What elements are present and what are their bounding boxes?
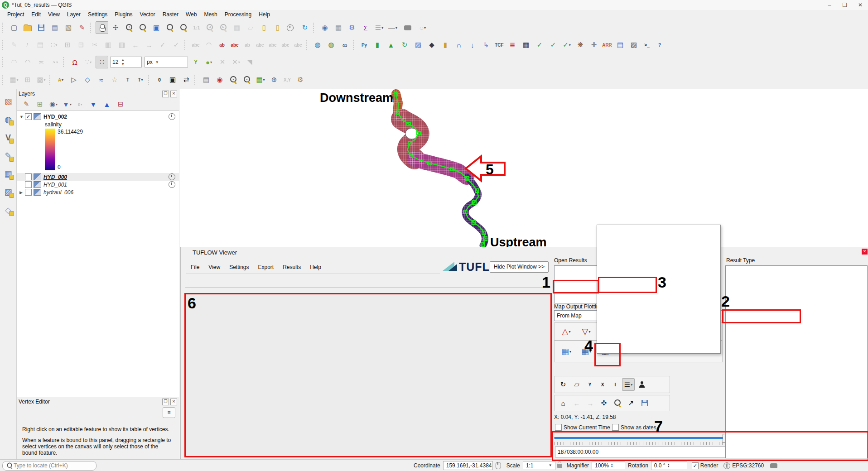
- save-project-icon[interactable]: [35, 21, 48, 34]
- layer-checkbox[interactable]: [25, 181, 32, 188]
- tuflow-green-refresh-icon[interactable]: ↻: [398, 38, 411, 51]
- temporal-controller-icon[interactable]: [285, 21, 298, 34]
- tuflow-menu-view[interactable]: View: [205, 263, 224, 272]
- tuflow-menu-help[interactable]: Help: [306, 263, 325, 272]
- show-as-dates-checkbox[interactable]: [612, 424, 619, 431]
- zoom-dot-icon[interactable]: •: [227, 73, 240, 86]
- freeze-x-axis-icon[interactable]: X: [597, 378, 608, 391]
- hide-plot-window-button[interactable]: Hide Plot Window >>: [490, 261, 549, 273]
- menu-vector[interactable]: Vector: [136, 10, 159, 19]
- scale-lock-icon[interactable]: [557, 464, 562, 468]
- pan-to-selection-icon[interactable]: ✣: [109, 21, 122, 34]
- add-polygon-icon[interactable]: ◇: [81, 73, 94, 86]
- plot-pan-icon[interactable]: ✣: [598, 397, 610, 409]
- epsg-value[interactable]: EPSG:32760: [732, 462, 764, 469]
- maximize-button[interactable]: ❒: [837, 0, 853, 10]
- python-console-icon[interactable]: Py: [358, 38, 370, 51]
- advanced-branch-icon[interactable]: Y: [190, 56, 202, 68]
- new-spatial-bookmark-icon[interactable]: ▯: [258, 21, 270, 34]
- new-mesh-layer-icon[interactable]: ▦: [1, 167, 15, 181]
- auto-label-icon[interactable]: A▾: [55, 73, 67, 86]
- plot-trend-icon[interactable]: ↗: [625, 397, 637, 409]
- tuflow-blue-map-icon[interactable]: ▨: [412, 38, 424, 51]
- legend-menu-icon[interactable]: ☰▾: [622, 378, 635, 391]
- mesh-box-green-icon[interactable]: ▦▾: [254, 73, 267, 86]
- tuflow-grid-dark-icon[interactable]: ▦: [520, 38, 532, 51]
- menu-processing[interactable]: Processing: [221, 10, 255, 19]
- scale-combo[interactable]: 1:1▼: [523, 461, 555, 470]
- minimize-button[interactable]: –: [822, 0, 837, 10]
- zoom-dots-icon[interactable]: •: [241, 73, 253, 86]
- measure-line-icon[interactable]: ―▾: [386, 21, 399, 34]
- add-line-icon[interactable]: ≈: [95, 73, 107, 86]
- tuflow-yellow-box-icon[interactable]: ▮: [439, 38, 452, 51]
- processing-toolbox-icon[interactable]: ⚙: [346, 21, 358, 34]
- freeze-axes-icon[interactable]: I: [609, 378, 621, 391]
- locate-search-box[interactable]: Type to locate (Ctrl+K): [2, 461, 96, 471]
- new-gpx-layer-icon[interactable]: ✎: [1, 149, 15, 163]
- quick-osm-icon[interactable]: ◌▾: [416, 21, 429, 34]
- tuflow-check-2-icon[interactable]: ✓: [547, 38, 559, 51]
- close-button[interactable]: ✕: [853, 0, 868, 10]
- units-combo[interactable]: px▼: [145, 57, 188, 67]
- identify-features-icon[interactable]: ◉: [318, 21, 331, 34]
- layer-checkbox[interactable]: [25, 189, 32, 196]
- tuflow-colored-list-icon[interactable]: ≣: [506, 38, 519, 51]
- select-frame-icon[interactable]: ▣: [166, 73, 179, 86]
- menu-project[interactable]: Project: [4, 10, 28, 19]
- map-tips-icon[interactable]: [400, 21, 415, 34]
- zoom-to-selection-icon[interactable]: [164, 21, 176, 34]
- float-panel-icon[interactable]: ❐: [162, 91, 169, 97]
- pointer-select-icon[interactable]: ▷: [68, 73, 80, 86]
- add-group-icon[interactable]: ⊞: [34, 98, 46, 111]
- cursor-tracking-icon[interactable]: [636, 378, 648, 391]
- show-current-time-checkbox[interactable]: [555, 424, 562, 431]
- expand-icon[interactable]: ▶: [19, 190, 25, 195]
- magnifier-spin[interactable]: 100%▲▼: [592, 461, 625, 470]
- manage-visibility-icon[interactable]: ◉▾: [47, 98, 60, 111]
- layer-item-hyd002[interactable]: ▼ ✓ HYD_002: [17, 113, 179, 120]
- tuflow-arch-icon[interactable]: ∩: [453, 38, 465, 51]
- show-as-dates-option[interactable]: Show as dates: [612, 424, 656, 431]
- vertex-editor-menu-button[interactable]: ≡: [163, 407, 175, 418]
- menu-plugins[interactable]: Plugins: [111, 10, 136, 19]
- layer-checkbox[interactable]: [25, 173, 32, 180]
- tuflow-import-into-icon[interactable]: ↳: [480, 38, 492, 51]
- data-source-manager-icon[interactable]: ▧: [1, 95, 15, 108]
- show-current-time-option[interactable]: Show Current Time: [555, 424, 610, 431]
- layer-checkbox[interactable]: ✓: [25, 113, 32, 120]
- menu-settings[interactable]: Settings: [84, 10, 111, 19]
- coordinate-value[interactable]: 159.1691,-31.4384: [443, 461, 493, 470]
- zoom-out-icon[interactable]: −: [136, 21, 149, 34]
- tuflow-paw-icon[interactable]: ❋: [574, 38, 587, 51]
- freeze-y-axis-icon[interactable]: Y: [584, 378, 596, 391]
- zoom-in-icon[interactable]: +: [123, 21, 135, 34]
- menu-layer[interactable]: Layer: [63, 10, 84, 19]
- metasearch-globe-icon[interactable]: ◍: [311, 38, 324, 51]
- tuflow-menu-export[interactable]: Export: [255, 263, 278, 272]
- expand-icon[interactable]: ▼: [19, 115, 25, 119]
- tuflow-import-down-icon[interactable]: ↓: [466, 38, 479, 51]
- menu-edit[interactable]: Edit: [28, 10, 44, 19]
- statistics-sum-icon[interactable]: Σ: [359, 21, 372, 34]
- show-bookmarks-icon[interactable]: ▯: [271, 21, 284, 34]
- menu-mesh[interactable]: Mesh: [200, 10, 221, 19]
- rotation-spin[interactable]: 0.0 °▲▼: [651, 461, 687, 470]
- tuflow-hatch-icon[interactable]: ▨: [627, 38, 640, 51]
- layout-manager-icon[interactable]: ☰▾: [373, 21, 386, 34]
- geonode-globe-icon[interactable]: ◍: [325, 38, 338, 51]
- menu-raster[interactable]: Raster: [159, 10, 182, 19]
- tuflow-green-triangle-icon[interactable]: ▲: [385, 38, 397, 51]
- tuflow-menu-results[interactable]: Results: [279, 263, 304, 272]
- label-ab-red-icon[interactable]: ab: [216, 38, 228, 51]
- size-spin[interactable]: 12▲▼: [110, 57, 142, 67]
- tuflow-blue-pages-icon[interactable]: ▤: [614, 38, 627, 51]
- search-binoculars-icon[interactable]: ∞: [338, 38, 351, 51]
- tuflow-shield-icon[interactable]: ◆: [425, 38, 438, 51]
- layer-item-hyd000[interactable]: HYD_000: [17, 173, 179, 181]
- tuflow-menu-file[interactable]: File: [187, 263, 203, 272]
- tuflow-signal-icon[interactable]: ▮: [371, 38, 384, 51]
- expand-all-icon[interactable]: ▼: [87, 98, 100, 111]
- project-properties-icon[interactable]: ▧: [62, 21, 75, 34]
- export-plot-icon[interactable]: ▱: [570, 378, 583, 391]
